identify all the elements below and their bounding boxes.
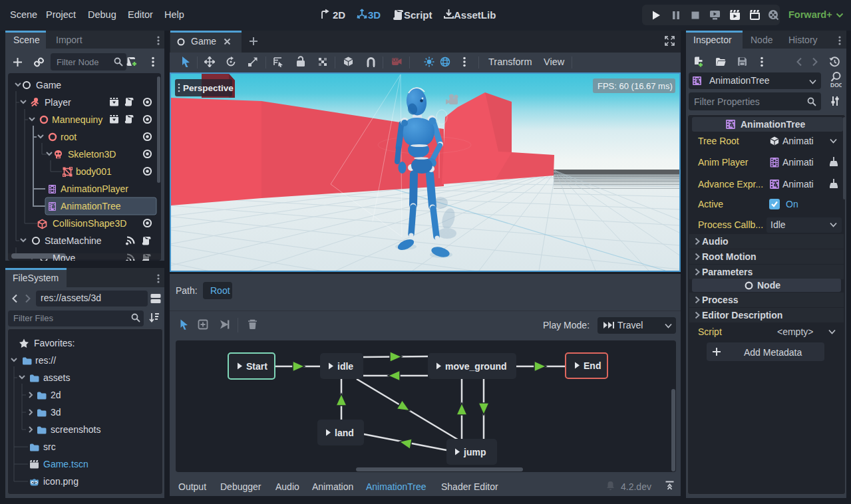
- svg-text:Perspective: Perspective: [183, 83, 234, 93]
- svg-text:FPS: 60 (16.67 ms): FPS: 60 (16.67 ms): [597, 81, 673, 91]
- svg-text:DOC: DOC: [830, 82, 842, 88]
